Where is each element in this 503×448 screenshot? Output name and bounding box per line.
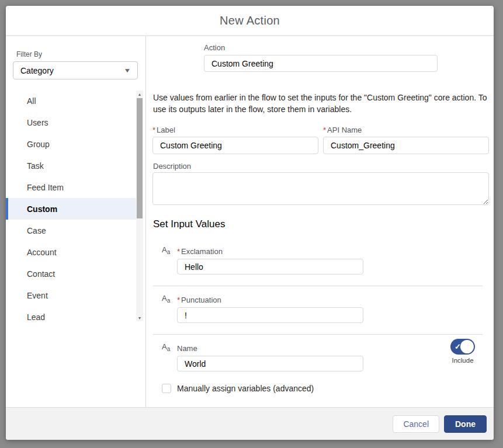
punctuation-input[interactable]	[177, 307, 363, 323]
modal-footer: Cancel Done	[6, 407, 494, 440]
modal-body: Filter By Category ▼ All Users Group Tas…	[6, 36, 494, 407]
sidebar-item-case[interactable]: Case	[6, 220, 136, 241]
chevron-down-icon: ▼	[124, 67, 131, 74]
manually-assign-variables-checkbox[interactable]	[162, 384, 171, 393]
done-button[interactable]: Done	[444, 415, 487, 433]
exclamation-input[interactable]	[177, 259, 363, 275]
include-toggle[interactable]: ✓	[450, 339, 475, 355]
intro-text: Use values from earlier in the flow to s…	[153, 92, 488, 115]
scroll-down-icon[interactable]: ▼	[136, 314, 143, 321]
sidebar-item-lead[interactable]: Lead	[6, 306, 136, 328]
toggle-knob	[460, 340, 474, 353]
text-type-icon: Aa	[162, 245, 170, 255]
sidebar-item-feed-item[interactable]: Feed Item	[6, 176, 136, 198]
row-divider	[153, 286, 483, 286]
include-toggle-label: Include	[443, 357, 483, 364]
sidebar-item-all[interactable]: All	[6, 90, 136, 112]
name-field-label: Name	[177, 344, 197, 353]
modal-header: New Action	[6, 6, 494, 36]
sidebar-item-task[interactable]: Task	[6, 155, 136, 176]
label-field-label: *Label	[152, 126, 175, 134]
new-action-modal: New Action Filter By Category ▼ All User…	[6, 6, 494, 440]
page-title: New Action	[220, 14, 280, 27]
action-config-panel: Action Use values from earlier in the fl…	[146, 36, 494, 407]
scroll-up-icon[interactable]: ▲	[136, 91, 143, 98]
category-list: All Users Group Task Feed Item Custom Ca…	[6, 90, 136, 328]
punctuation-field-label: *Punctuation	[177, 296, 221, 304]
sidebar-item-account[interactable]: Account	[6, 241, 136, 263]
label-input[interactable]	[152, 137, 318, 154]
api-name-field-label: *API Name	[323, 126, 362, 134]
description-field-label: Description	[153, 162, 191, 171]
description-textarea[interactable]	[152, 172, 489, 205]
exclamation-field-label: *Exclamation	[177, 247, 223, 256]
category-dropdown[interactable]: Category ▼	[13, 61, 138, 79]
required-marker: *	[177, 296, 180, 304]
action-input[interactable]	[204, 55, 438, 72]
api-name-input[interactable]	[323, 137, 489, 154]
sidebar-item-event[interactable]: Event	[6, 284, 136, 306]
sidebar-item-contact[interactable]: Contact	[6, 263, 136, 284]
cancel-button[interactable]: Cancel	[393, 415, 439, 433]
required-marker: *	[177, 247, 180, 256]
action-field-label: Action	[204, 43, 225, 52]
sidebar-item-users[interactable]: Users	[6, 112, 136, 133]
manually-assign-variables-label: Manually assign variables (advanced)	[177, 384, 314, 393]
category-sidebar: Filter By Category ▼ All Users Group Tas…	[6, 36, 146, 407]
text-type-icon: Aa	[162, 342, 170, 352]
set-input-values-heading: Set Input Values	[153, 218, 226, 230]
sidebar-item-custom[interactable]: Custom	[6, 198, 136, 220]
row-divider	[153, 334, 483, 335]
sidebar-scrollbar: ▲ ▼	[136, 91, 143, 321]
category-dropdown-value: Category	[20, 66, 124, 75]
required-marker: *	[323, 126, 326, 134]
scrollbar-thumb[interactable]	[137, 98, 143, 218]
sidebar-item-group[interactable]: Group	[6, 133, 136, 155]
text-type-icon: Aa	[162, 294, 170, 304]
name-input[interactable]	[177, 356, 363, 371]
required-marker: *	[152, 126, 155, 134]
filter-by-label: Filter By	[16, 50, 42, 58]
